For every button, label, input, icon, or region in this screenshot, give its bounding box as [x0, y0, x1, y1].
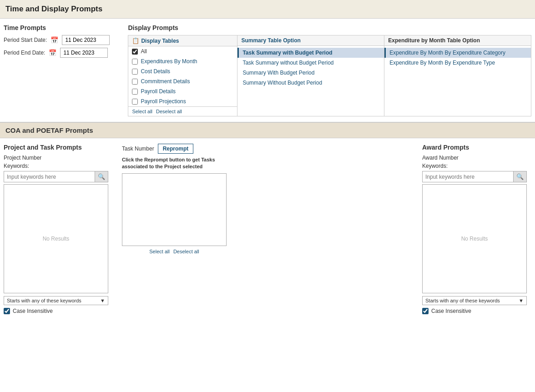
- summary-options: Task Summary with Budget Period Task Sum…: [237, 46, 384, 90]
- table-item-commitment-label: Commitment Details: [141, 78, 190, 85]
- display-prompts-heading: Display Prompts: [128, 24, 531, 31]
- display-tables-list: 📋 Display Tables All Expenditures By Mon…: [128, 35, 237, 116]
- project-keyword-input[interactable]: [4, 172, 95, 182]
- period-end-input[interactable]: [60, 48, 108, 58]
- display-prompts-inner: 📋 Display Tables All Expenditures By Mon…: [128, 35, 531, 116]
- project-keyword-dropdown[interactable]: Starts with any of these keywords ▼: [4, 296, 108, 305]
- summary-option-3[interactable]: Summary With Budget Period: [237, 68, 384, 78]
- project-case-insensitive-label: Case Insensitive: [13, 308, 53, 314]
- reprompt-button[interactable]: Reprompt: [158, 144, 194, 154]
- project-no-results: No Results: [43, 236, 70, 242]
- project-number-label: Project Number: [4, 155, 113, 161]
- display-tables-header: 📋 Display Tables: [128, 35, 237, 46]
- reprompt-note: Click the Reprompt button to get Tasks a…: [122, 156, 222, 171]
- summary-option-4[interactable]: Summary Without Budget Period: [237, 78, 384, 88]
- table-item-cost[interactable]: Cost Details: [128, 66, 237, 76]
- table-select-deselect: Select all Deselect all: [128, 106, 237, 116]
- table-item-payroll-proj[interactable]: Payroll Projections: [128, 96, 237, 106]
- award-results-box: No Results: [422, 184, 527, 293]
- expenditure-option-1[interactable]: Expenditure By Month By Expenditure Cate…: [384, 48, 531, 58]
- award-case-insensitive-row: Case Insensitive: [422, 308, 531, 314]
- project-results-box: No Results: [4, 184, 108, 293]
- project-case-insensitive-checkbox[interactable]: [4, 308, 10, 314]
- award-number-label: Award Number: [422, 155, 531, 161]
- time-display-inner: Time Prompts Period Start Date: 📅 Period…: [0, 19, 535, 122]
- award-prompts: Award Prompts Award Number Keywords: 🔍 N…: [422, 144, 531, 314]
- time-display-section: Time Prompts Period Start Date: 📅 Period…: [0, 19, 535, 123]
- table-item-expenditures-label: Expenditures By Month: [141, 58, 197, 65]
- award-search-button[interactable]: 🔍: [513, 171, 526, 182]
- expenditure-option-2[interactable]: Expenditure By Month By Expenditure Type: [384, 58, 531, 68]
- project-keyword-input-wrap: 🔍: [4, 171, 108, 182]
- display-tables-icon: 📋: [132, 37, 139, 44]
- table-item-commitment-checkbox[interactable]: [132, 79, 138, 85]
- table-item-all-checkbox[interactable]: [132, 49, 138, 55]
- summary-table-heading: Summary Table Option: [237, 35, 384, 46]
- award-keyword-dropdown[interactable]: Starts with any of these keywords ▼: [422, 296, 527, 305]
- award-dropdown-label: Starts with any of these keywords: [425, 298, 500, 303]
- period-end-calendar-icon[interactable]: 📅: [49, 49, 56, 56]
- period-end-row: Period End Date: 📅: [4, 48, 110, 58]
- project-case-insensitive-row: Case Insensitive: [4, 308, 113, 314]
- award-keyword-input-wrap: 🔍: [422, 171, 527, 182]
- expenditure-section: Expenditure by Month Table Option Expend…: [384, 35, 531, 116]
- period-start-row: Period Start Date: 📅: [4, 35, 110, 45]
- project-dropdown-label: Starts with any of these keywords: [7, 298, 81, 303]
- table-item-payroll[interactable]: Payroll Details: [128, 86, 237, 96]
- expenditure-heading: Expenditure by Month Table Option: [384, 35, 531, 46]
- table-deselect-all-link[interactable]: Deselect all: [156, 109, 182, 114]
- period-end-label: Period End Date:: [4, 50, 45, 56]
- task-number-label: Task Number: [122, 146, 154, 152]
- award-dropdown-arrow-icon: ▼: [519, 298, 524, 303]
- display-tables-label: Display Tables: [141, 38, 179, 44]
- table-item-cost-label: Cost Details: [141, 68, 170, 75]
- project-dropdown-arrow-icon: ▼: [100, 298, 105, 303]
- award-heading: Award Prompts: [422, 144, 531, 151]
- task-list-box: [122, 173, 227, 246]
- display-prompts: Display Prompts 📋 Display Tables All: [128, 24, 531, 116]
- task-label-row: Task Number Reprompt: [122, 144, 231, 154]
- table-item-expenditures[interactable]: Expenditures By Month: [128, 56, 237, 66]
- project-task-prompts: Project and Task Prompts Project Number …: [4, 144, 113, 314]
- project-keywords-label: Keywords:: [4, 163, 113, 169]
- coa-section-content: Project and Task Prompts Project Number …: [0, 138, 535, 320]
- table-list-items: All Expenditures By Month Cost Details: [128, 46, 237, 106]
- award-case-insensitive-checkbox[interactable]: [422, 308, 429, 314]
- expenditure-options: Expenditure By Month By Expenditure Cate…: [384, 46, 531, 70]
- task-deselect-all-link[interactable]: Deselect all: [173, 249, 199, 254]
- coa-section-header: COA and POETAF Prompts: [0, 123, 535, 138]
- table-item-all[interactable]: All: [128, 46, 237, 56]
- task-section: Task Number Reprompt Click the Reprompt …: [122, 144, 231, 314]
- summary-option-1[interactable]: Task Summary with Budget Period: [237, 48, 384, 58]
- project-task-heading: Project and Task Prompts: [4, 144, 113, 151]
- table-item-payroll-label: Payroll Details: [141, 88, 176, 95]
- page-title: Time and Display Prompts: [0, 0, 535, 19]
- summary-option-2[interactable]: Task Summary without Budget Period: [237, 58, 384, 68]
- task-select-all-link[interactable]: Select all: [149, 249, 170, 254]
- task-select-deselect: Select all Deselect all: [122, 248, 227, 255]
- table-item-all-label: All: [141, 48, 146, 55]
- award-case-insensitive-label: Case Insensitive: [431, 308, 471, 314]
- time-prompts: Time Prompts Period Start Date: 📅 Period…: [4, 24, 110, 116]
- table-item-payroll-proj-checkbox[interactable]: [132, 99, 138, 105]
- award-keywords-label: Keywords:: [422, 163, 531, 169]
- summary-table-section: Summary Table Option Task Summary with B…: [237, 35, 384, 116]
- award-keyword-input[interactable]: [423, 172, 513, 182]
- table-item-expenditures-checkbox[interactable]: [132, 59, 138, 65]
- table-item-payroll-proj-label: Payroll Projections: [141, 98, 186, 105]
- award-no-results: No Results: [461, 236, 488, 242]
- table-select-all-link[interactable]: Select all: [132, 109, 152, 114]
- table-item-payroll-checkbox[interactable]: [132, 89, 138, 95]
- period-start-input[interactable]: [62, 35, 110, 45]
- table-item-cost-checkbox[interactable]: [132, 69, 138, 75]
- period-start-calendar-icon[interactable]: 📅: [50, 36, 58, 44]
- time-prompts-heading: Time Prompts: [4, 24, 110, 31]
- project-search-button[interactable]: 🔍: [95, 171, 108, 182]
- table-item-commitment[interactable]: Commitment Details: [128, 76, 237, 86]
- period-start-label: Period Start Date:: [4, 37, 47, 43]
